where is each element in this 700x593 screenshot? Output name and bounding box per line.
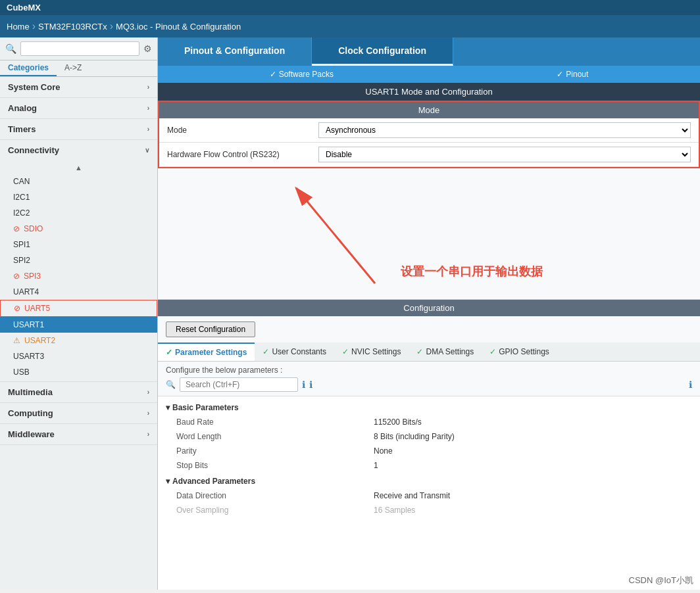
collapse-icon-basic: ▾ <box>166 403 170 412</box>
param-row-parity: Parity None <box>166 444 692 458</box>
top-subtab-bar: ✓ Software Packs ✓ Pinout <box>158 66 700 83</box>
tab-param-settings[interactable]: ✓ Parameter Settings <box>158 343 255 361</box>
section-header-system-core[interactable]: System Core › <box>0 77 157 97</box>
info-icon-2[interactable]: ℹ <box>309 379 312 390</box>
annotation-area: 设置一个串口用于输出数据 <box>158 168 700 300</box>
tab-nvic-settings[interactable]: ✓ NVIC Settings <box>334 343 409 361</box>
sidebar-item-usart3[interactable]: USART3 <box>0 348 157 364</box>
breadcrumb: Home › STM32F103RCTx › MQ3.ioc - Pinout … <box>0 15 700 37</box>
warning-icon-usart2: ⚠ <box>13 336 20 345</box>
breadcrumb-mcu[interactable]: STM32F103RCTx <box>38 22 107 32</box>
param-row-oversampling: Over Sampling 16 Samples <box>166 503 692 517</box>
gear-icon[interactable]: ⚙ <box>143 43 152 54</box>
chevron-down-icon-connectivity: ∨ <box>145 147 149 154</box>
section-header-middleware[interactable]: Middleware › <box>0 424 157 444</box>
check-icon-dma: ✓ <box>416 347 423 356</box>
error-icon-sdio: ⊘ <box>13 224 20 233</box>
usart2-label: USART2 <box>24 336 55 345</box>
section-multimedia: Multimedia › <box>0 382 157 403</box>
usb-label: USB <box>13 368 30 377</box>
chevron-right-icon-timers: › <box>147 126 149 133</box>
section-header-multimedia[interactable]: Multimedia › <box>0 382 157 402</box>
sidebar-search-row: 🔍 ⚙ <box>0 37 157 60</box>
mode-section: Mode Mode Asynchronous Hardware Flow Con… <box>158 101 700 168</box>
tab-dma-settings[interactable]: ✓ DMA Settings <box>409 343 482 361</box>
info-icon-1[interactable]: ℹ <box>302 379 305 390</box>
check-icon-sw: ✓ <box>270 70 276 79</box>
check-icon-pinout: ✓ <box>557 70 563 79</box>
sidebar-item-uart5[interactable]: ⊘ UART5 <box>0 300 157 317</box>
i2c2-label: I2C2 <box>13 208 30 218</box>
breadcrumb-sep-2: › <box>110 20 113 32</box>
sidebar-item-sdio[interactable]: ⊘ SDIO <box>0 221 157 237</box>
tab-pinout-config[interactable]: Pinout & Configuration <box>158 37 312 66</box>
tab-categories[interactable]: Categories <box>0 60 57 76</box>
config-search-input[interactable] <box>180 377 298 392</box>
advanced-params-group-header[interactable]: ▾ Advanced Parameters <box>166 473 692 488</box>
sidebar-item-spi2[interactable]: SPI2 <box>0 252 157 268</box>
breadcrumb-sep-1: › <box>32 20 36 32</box>
tab-user-constants[interactable]: ✓ User Constants <box>255 343 334 361</box>
section-system-core: System Core › <box>0 77 157 98</box>
search-small-icon: 🔍 <box>166 380 176 389</box>
error-icon-uart5: ⊘ <box>14 304 20 313</box>
subtab-pinout[interactable]: ✓ Pinout <box>543 66 601 83</box>
spi1-label: SPI1 <box>13 240 30 249</box>
search-input[interactable] <box>20 41 139 56</box>
uart5-label: UART5 <box>24 304 50 313</box>
can-label: CAN <box>13 177 30 186</box>
sidebar-item-usb[interactable]: USB <box>0 364 157 380</box>
hwflow-select[interactable]: Disable <box>318 147 691 162</box>
i2c1-label: I2C1 <box>13 193 30 202</box>
scroll-up-arrow[interactable]: ▲ <box>0 162 157 174</box>
sidebar-item-spi1[interactable]: SPI1 <box>0 237 157 252</box>
config-area: USART1 Mode and Configuration Mode Mode … <box>158 83 700 590</box>
mode-select[interactable]: Asynchronous <box>318 122 691 138</box>
breadcrumb-home[interactable]: Home <box>7 22 30 32</box>
param-row-stopbits: Stop Bits 1 <box>166 458 692 473</box>
section-header-connectivity[interactable]: Connectivity ∨ <box>0 140 157 160</box>
info-icon-3[interactable]: ℹ <box>689 379 692 390</box>
subtab-software-packs[interactable]: ✓ Software Packs <box>257 66 347 83</box>
section-header-timers[interactable]: Timers › <box>0 119 157 139</box>
sidebar-item-usart2[interactable]: ⚠ USART2 <box>0 333 157 348</box>
error-icon-spi3: ⊘ <box>13 272 20 281</box>
sidebar-item-uart4[interactable]: UART4 <box>0 284 157 300</box>
sidebar-item-i2c2[interactable]: I2C2 <box>0 205 157 221</box>
param-row-datadir: Data Direction Receive and Transmit <box>166 488 692 503</box>
svg-line-1 <box>296 188 375 283</box>
config-search-row: 🔍 ℹ ℹ ℹ <box>166 377 692 392</box>
chevron-right-icon-computing: › <box>147 410 149 417</box>
sidebar-item-spi3[interactable]: ⊘ SPI3 <box>0 268 157 284</box>
param-row-baudrate: Baud Rate 115200 Bits/s <box>166 415 692 429</box>
spi2-label: SPI2 <box>13 256 30 265</box>
sidebar-item-can[interactable]: CAN <box>0 174 157 189</box>
param-row-wordlength: Word Length 8 Bits (including Parity) <box>166 429 692 444</box>
sidebar-item-i2c1[interactable]: I2C1 <box>0 189 157 205</box>
basic-params-group-header[interactable]: ▾ Basic Parameters <box>166 399 692 415</box>
usart3-label: USART3 <box>13 352 44 361</box>
mode-row-mode: Mode Asynchronous <box>159 118 699 143</box>
sidebar-item-usart1[interactable]: USART1 <box>0 317 157 333</box>
mode-header: Mode <box>159 102 699 118</box>
section-header-analog[interactable]: Analog › <box>0 98 157 118</box>
section-header-computing[interactable]: Computing › <box>0 403 157 423</box>
chevron-right-icon-analog: › <box>147 105 149 112</box>
tab-clock-config[interactable]: Clock Configuration <box>312 37 453 66</box>
main-layout: 🔍 ⚙ Categories A->Z System Core › Analog… <box>0 37 700 590</box>
tab-atoz[interactable]: A->Z <box>57 60 89 76</box>
reset-config-button[interactable]: Reset Configuration <box>166 321 255 337</box>
check-icon-gpio: ✓ <box>489 347 496 356</box>
usart-title: USART1 Mode and Configuration <box>158 83 700 101</box>
config-label: Configuration <box>158 300 700 316</box>
search-icon[interactable]: 🔍 <box>5 43 16 54</box>
breadcrumb-file[interactable]: MQ3.ioc - Pinout & Configuration <box>116 22 241 32</box>
mode-label: Mode <box>167 126 312 135</box>
uart4-label: UART4 <box>13 287 39 296</box>
config-search-bar: Configure the below parameters : 🔍 ℹ ℹ ℹ <box>158 362 700 396</box>
check-icon-nvic: ✓ <box>342 347 349 356</box>
params-table: ▾ Basic Parameters Baud Rate 115200 Bits… <box>158 396 700 520</box>
hwflow-label: Hardware Flow Control (RS232) <box>167 150 312 159</box>
chevron-right-icon-multimedia: › <box>147 389 149 396</box>
tab-gpio-settings[interactable]: ✓ GPIO Settings <box>482 343 557 361</box>
